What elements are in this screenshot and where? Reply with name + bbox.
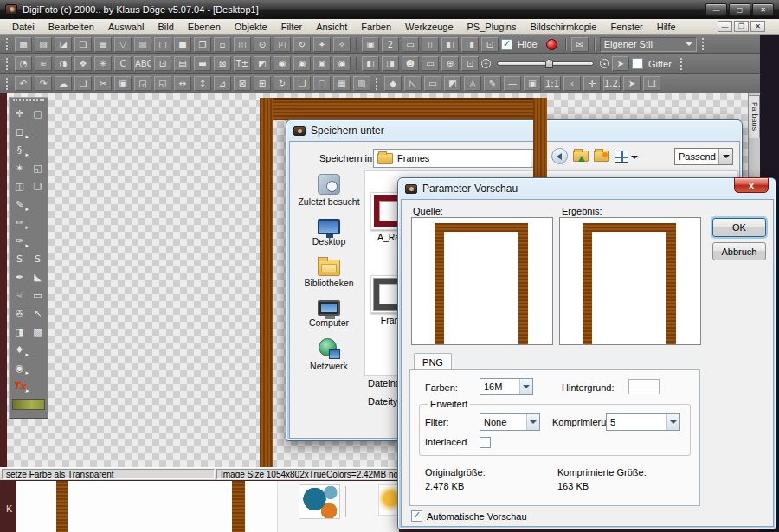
frame-a-icon[interactable]: ◧	[362, 56, 379, 71]
sidebar-item-desktop[interactable]: Desktop	[312, 217, 346, 247]
eye-icon-2[interactable]: ◉	[293, 56, 311, 71]
effects-icon[interactable]: ❖	[74, 56, 92, 71]
mdi-close-button[interactable]: ✕	[750, 21, 765, 32]
param-dialog-titlebar[interactable]: Parameter-Vorschau	[405, 183, 518, 195]
blank-page-icon[interactable]: ▫	[214, 37, 231, 52]
width-icon[interactable]: ↔	[174, 76, 191, 91]
interlaced-checkbox[interactable]	[480, 437, 491, 448]
menu-item[interactable]: Objekte	[228, 21, 274, 33]
crop-tool[interactable]: ◱	[29, 160, 47, 178]
height-icon[interactable]: ↕	[194, 76, 211, 91]
menu-item[interactable]: Auswahl	[101, 21, 151, 33]
face-icon[interactable]: ☻	[402, 56, 419, 71]
folder-select[interactable]: Frames	[373, 149, 544, 168]
undo-icon[interactable]: ↶	[15, 76, 32, 91]
up-one-level-button[interactable]	[573, 151, 589, 162]
effect-fly-icon[interactable]: ✧	[333, 37, 351, 52]
toolbar-grip[interactable]	[6, 78, 10, 90]
resize-icon[interactable]: ⊞	[254, 76, 271, 91]
format-bmp-icon[interactable]: ▥	[353, 76, 370, 91]
image-adjust-icon[interactable]: ◪	[55, 37, 72, 52]
cut-icon[interactable]: ✂	[94, 76, 112, 91]
eraser-tool[interactable]: ▭	[29, 287, 47, 305]
compression-select[interactable]: 5	[606, 413, 680, 431]
menu-item[interactable]: Bearbeiten	[42, 21, 101, 33]
copy-page-icon[interactable]: ❏	[74, 76, 92, 91]
menu-item[interactable]: Filter	[274, 21, 309, 33]
save-file-icon[interactable]: ◫	[234, 37, 251, 52]
stamp-icon[interactable]: ◆	[384, 76, 402, 91]
magic-wand-tool[interactable]: ✶	[10, 160, 29, 178]
panel-icon[interactable]: ▭	[402, 37, 419, 52]
sidebar-item-libraries[interactable]: Bibliotheken	[304, 257, 353, 288]
new-folder-button[interactable]	[594, 151, 609, 162]
mdi-restore-button[interactable]: ❐	[734, 21, 749, 32]
copyright-icon[interactable]: C	[114, 56, 132, 71]
crop-icon[interactable]: ▣	[114, 76, 132, 91]
mdi-minimize-button[interactable]: —	[718, 21, 732, 32]
toolbar-grip[interactable]	[376, 78, 379, 90]
angle-icon[interactable]: ‹	[563, 76, 581, 91]
tool-spacer[interactable]	[29, 124, 47, 142]
record-led-icon[interactable]	[546, 39, 557, 50]
zoom-box-icon[interactable]: ⊡	[461, 56, 479, 71]
insert-image-icon[interactable]: ⊡	[154, 56, 171, 71]
ok-button[interactable]: OK	[712, 218, 766, 237]
toolbar-grip[interactable]	[702, 38, 705, 50]
sidebar-item-recent[interactable]: Zuletzt besucht	[298, 174, 359, 207]
preview-zoom-select[interactable]: Passend	[674, 148, 733, 165]
menu-item[interactable]: Fenster	[603, 21, 649, 33]
sharpen-tool[interactable]: S	[10, 251, 29, 269]
minimize-button[interactable]: —	[705, 3, 727, 16]
pen-icon[interactable]: ✎	[484, 76, 501, 91]
duplicate-icon[interactable]: ❐	[293, 76, 311, 91]
tool-spacer[interactable]	[29, 233, 47, 251]
invert-icon[interactable]: ⊠	[214, 56, 231, 71]
rect-select-icon[interactable]: ▭	[424, 76, 441, 91]
slide-icon[interactable]: ▤	[174, 56, 191, 71]
color-swatch[interactable]	[12, 399, 45, 410]
eye-icon-4[interactable]: ◉	[333, 56, 351, 71]
brush-tool[interactable]: ✎	[10, 196, 29, 215]
red-eye-tool[interactable]: ◉	[10, 360, 29, 378]
pick-arrow-tool[interactable]: ↖	[29, 305, 47, 324]
tool-spacer[interactable]	[29, 360, 47, 378]
toolbar-grip[interactable]	[6, 58, 10, 70]
filter-select[interactable]: None	[480, 413, 540, 431]
zoom-slider[interactable]	[497, 61, 594, 66]
pointer-tool-icon[interactable]: ➤	[612, 56, 629, 71]
menu-item[interactable]: Werkzeuge	[398, 21, 460, 33]
menu-item[interactable]: Ebenen	[181, 21, 228, 33]
image-frame-icon[interactable]: ▣	[524, 76, 541, 91]
screenshot-camera-icon[interactable]: ▣	[362, 37, 379, 52]
filmstrip-icon[interactable]: ▥	[134, 37, 151, 52]
pattern-tool[interactable]: ▩	[29, 324, 47, 342]
tab-png[interactable]: PNG	[414, 353, 452, 370]
folder-icon[interactable]: ■	[174, 37, 191, 52]
stamp-tool[interactable]: ✇	[10, 305, 29, 324]
pointer-icon[interactable]: ➤	[623, 76, 641, 91]
select-frame-icon[interactable]: ◰	[274, 37, 291, 52]
grid-checkbox[interactable]	[632, 58, 643, 69]
pencil-tool[interactable]: ✏	[10, 215, 29, 233]
fill-tool[interactable]: ◣	[29, 269, 47, 287]
slider-thumb[interactable]	[545, 59, 553, 68]
menu-item[interactable]: Farben	[354, 21, 398, 33]
redo-icon[interactable]: ↷	[35, 76, 52, 91]
page-icon[interactable]: ▢	[313, 76, 331, 91]
folder-open-icon[interactable]: ❏	[74, 37, 92, 52]
menu-item[interactable]: Bildschirmkopie	[523, 21, 603, 33]
document-thumbnail-blue[interactable]	[299, 484, 340, 519]
style-dropdown[interactable]: Eigener Stil	[600, 37, 697, 52]
back-button[interactable]	[551, 148, 568, 164]
eye-icon-3[interactable]: ◉	[313, 56, 331, 71]
eyedropper-tool[interactable]: ♦	[10, 342, 29, 360]
clone-tool[interactable]: ✑	[10, 233, 29, 251]
tool-spacer[interactable]	[29, 196, 47, 215]
filter-funnel-icon[interactable]: ▽	[114, 37, 132, 52]
marquee-select-tool[interactable]: ◻	[10, 124, 29, 142]
sidebar-item-computer[interactable]: Computer	[309, 298, 349, 328]
wedge-icon[interactable]: ◺	[404, 76, 422, 91]
chevron-down-icon[interactable]	[631, 156, 638, 163]
zoom-out-icon[interactable]: −	[481, 59, 491, 68]
